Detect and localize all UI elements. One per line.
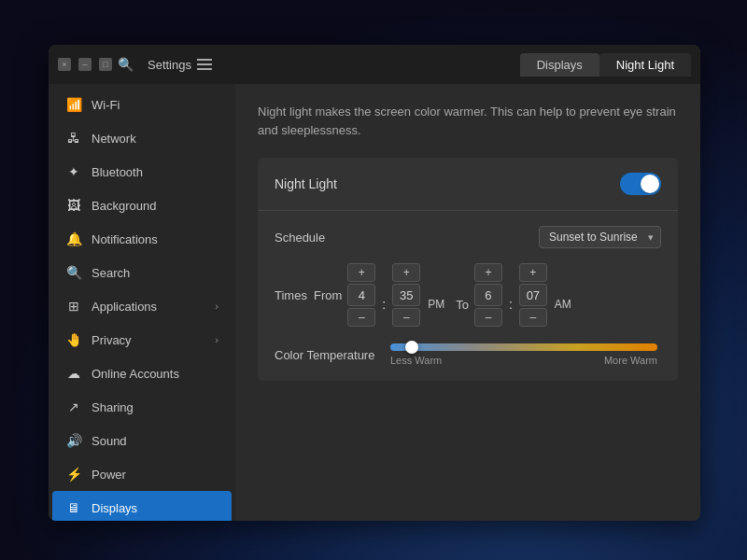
card-divider: [258, 210, 678, 211]
night-light-row: Night Light: [275, 173, 661, 195]
sidebar-item-online-accounts[interactable]: ☁ Online Accounts: [52, 357, 232, 390]
colortemp-slider-area: Less Warm More Warm: [387, 343, 661, 366]
night-light-toggle[interactable]: [620, 173, 661, 195]
tab-displays[interactable]: Displays: [520, 53, 599, 77]
times-row: Times From + 4 – : + 35 – PM To: [275, 263, 661, 327]
sidebar-item-power[interactable]: ⚡ Power: [52, 457, 232, 491]
tab-night-light[interactable]: Night Light: [599, 53, 691, 77]
to-minute-inc[interactable]: +: [519, 263, 547, 282]
sidebar-label-sharing: Sharing: [92, 400, 134, 414]
times-label: Times: [275, 288, 308, 302]
applications-icon: ⊞: [65, 298, 82, 315]
from-minute-inc[interactable]: +: [392, 263, 420, 282]
content-panel: Night light makes the screen color warme…: [235, 84, 700, 521]
hamburger-line: [197, 59, 212, 61]
hamburger-line: [197, 68, 212, 70]
window-controls: × – □: [58, 58, 112, 71]
night-light-description: Night light makes the screen color warme…: [258, 103, 678, 139]
displays-icon: 🖥: [65, 499, 82, 516]
schedule-dropdown-wrapper: Sunset to Sunrise Manual Schedule: [539, 226, 661, 248]
sidebar-label-power: Power: [92, 468, 126, 482]
sidebar-item-displays[interactable]: 🖥 Displays: [52, 491, 232, 521]
sidebar-label-sound: Sound: [92, 434, 127, 448]
sharing-icon: ↗: [65, 399, 82, 415]
sidebar-label-wifi: Wi-Fi: [92, 98, 120, 112]
to-hour-value: 6: [474, 284, 502, 306]
schedule-dropdown[interactable]: Sunset to Sunrise Manual Schedule: [539, 226, 661, 248]
notifications-icon: 🔔: [65, 231, 82, 247]
to-hour-field: + 6 –: [474, 263, 502, 327]
sidebar-item-applications[interactable]: ⊞ Applications ›: [52, 289, 232, 323]
from-minute-value: 35: [392, 284, 420, 306]
from-hour-field: + 4 –: [347, 263, 375, 327]
sidebar-item-wifi[interactable]: 📶 Wi-Fi: [52, 88, 232, 121]
close-button[interactable]: ×: [58, 58, 71, 71]
search-button[interactable]: 🔍: [112, 51, 138, 77]
from-label: From: [314, 288, 342, 302]
wifi-icon: 📶: [65, 96, 82, 113]
sidebar-label-displays: Displays: [92, 501, 137, 515]
sidebar-label-notifications: Notifications: [92, 232, 158, 246]
sidebar-item-sharing[interactable]: ↗ Sharing: [52, 390, 232, 424]
from-hour-dec[interactable]: –: [347, 308, 375, 327]
titlebar: × – □ 🔍 Settings Displays Night Light: [49, 45, 700, 84]
bluetooth-icon: ✦: [65, 163, 82, 180]
from-minute-field: + 35 –: [392, 263, 420, 327]
from-minute-dec[interactable]: –: [392, 308, 420, 327]
night-light-card: Night Light Schedule Sunset to Sunrise M…: [258, 158, 678, 381]
more-warm-label: More Warm: [604, 355, 657, 366]
to-ampm: AM: [555, 298, 571, 311]
privacy-arrow: ›: [215, 334, 218, 345]
privacy-icon: 🤚: [65, 331, 82, 348]
network-icon: 🖧: [65, 130, 82, 147]
sidebar-label-background: Background: [92, 199, 156, 213]
sidebar-item-background[interactable]: 🖼 Background: [52, 189, 232, 222]
sidebar-item-sound[interactable]: 🔊 Sound: [52, 424, 232, 457]
minimize-button[interactable]: –: [78, 58, 92, 71]
from-hour-inc[interactable]: +: [347, 263, 375, 282]
settings-window: × – □ 🔍 Settings Displays Night Light 📶 …: [49, 45, 700, 521]
color-temp-thumb[interactable]: [405, 341, 418, 354]
sidebar-label-network: Network: [92, 132, 136, 146]
main-layout: 📶 Wi-Fi 🖧 Network ✦ Bluetooth 🖼 Backgrou…: [49, 84, 700, 521]
search-icon: 🔍: [65, 264, 82, 281]
to-minute-value: 07: [519, 284, 547, 306]
to-minute-dec[interactable]: –: [519, 308, 547, 327]
sidebar-item-network[interactable]: 🖧 Network: [52, 121, 232, 155]
sidebar-item-notifications[interactable]: 🔔 Notifications: [52, 222, 232, 256]
to-hour-inc[interactable]: +: [474, 263, 502, 282]
from-ampm: PM: [428, 298, 444, 311]
less-warm-label: Less Warm: [390, 355, 442, 366]
night-light-label: Night Light: [275, 176, 337, 191]
titlebar-tabs: Displays Night Light: [520, 53, 691, 77]
applications-arrow: ›: [215, 301, 218, 312]
sidebar-item-bluetooth[interactable]: ✦ Bluetooth: [52, 155, 232, 189]
menu-button[interactable]: [197, 53, 219, 76]
colortemp-label: Color Temperature: [275, 348, 377, 362]
to-colon: :: [508, 297, 514, 312]
schedule-row: Schedule Sunset to Sunrise Manual Schedu…: [275, 226, 661, 248]
to-minute-field: + 07 –: [519, 263, 547, 327]
sidebar-label-bluetooth: Bluetooth: [92, 165, 143, 179]
app-title: Settings: [148, 58, 191, 72]
color-temp-track: [390, 343, 657, 351]
background-icon: 🖼: [65, 197, 82, 214]
slider-labels: Less Warm More Warm: [390, 355, 657, 366]
sidebar-label-privacy: Privacy: [92, 333, 132, 347]
to-hour-dec[interactable]: –: [474, 308, 502, 327]
to-label: To: [456, 298, 469, 312]
sidebar-item-search[interactable]: 🔍 Search: [52, 256, 232, 289]
hamburger-line: [197, 63, 212, 65]
colortemp-row: Color Temperature Less Warm More Warm: [275, 343, 661, 366]
power-icon: ⚡: [65, 466, 82, 483]
from-hour-value: 4: [347, 284, 375, 306]
sidebar-item-privacy[interactable]: 🤚 Privacy ›: [52, 323, 232, 357]
sidebar-label-applications: Applications: [92, 300, 157, 314]
maximize-button[interactable]: □: [99, 58, 112, 71]
sound-icon: 🔊: [65, 432, 82, 449]
online-accounts-icon: ☁: [65, 365, 82, 382]
sidebar-label-online-accounts: Online Accounts: [92, 367, 179, 381]
schedule-label: Schedule: [275, 231, 325, 245]
sidebar-label-search: Search: [92, 266, 130, 280]
slider-container: Less Warm More Warm: [387, 343, 661, 366]
